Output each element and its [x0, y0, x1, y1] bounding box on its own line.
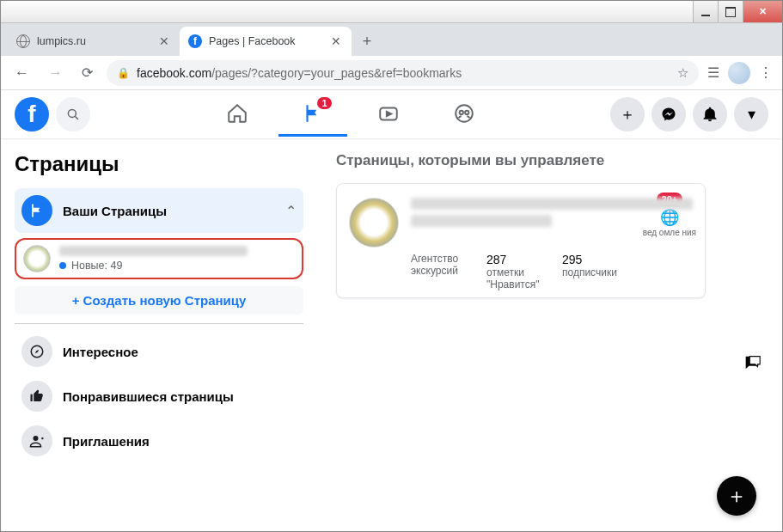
page-subtitle-blurred: [411, 215, 552, 227]
address-bar[interactable]: 🔒 facebook.com/pages/?category=your_page…: [107, 60, 699, 86]
window-close-button[interactable]: ✕: [743, 1, 782, 22]
url-text: facebook.com/pages/?category=your_pages&…: [137, 66, 670, 80]
reload-button[interactable]: ⟳: [76, 61, 98, 84]
page-category: Агентство экскурсий: [411, 253, 471, 290]
facebook-favicon: f: [188, 34, 202, 48]
page-avatar: [23, 245, 51, 272]
unread-dot-icon: [59, 262, 66, 269]
home-icon: [226, 102, 248, 125]
sidebar-your-pages[interactable]: Ваши Страницы ⌃: [15, 188, 303, 233]
browser-tab-facebook[interactable]: f Pages | Facebook ✕: [180, 27, 352, 56]
svg-point-3: [456, 105, 473, 122]
tab-title: lumpics.ru: [37, 35, 150, 47]
compass-icon: [21, 336, 52, 367]
discover-label: Интересное: [63, 345, 297, 359]
facebook-body: Страницы Ваши Страницы ⌃ Новые: 49: [1, 138, 782, 532]
chrome-menu-button[interactable]: ⋮: [759, 64, 774, 81]
new-tab-button[interactable]: +: [355, 29, 379, 53]
messenger-button[interactable]: [651, 97, 686, 131]
browser-tabstrip: lumpics.ru ✕ f Pages | Facebook ✕ +: [1, 23, 782, 56]
pages-main: Страницы, которыми вы управляете 20+ 🌐 в…: [310, 138, 782, 532]
invites-label: Приглашения: [63, 434, 297, 449]
search-icon: [65, 107, 81, 122]
main-heading: Страницы, которыми вы управляете: [336, 152, 782, 169]
create-page-button[interactable]: + Создать новую Страницу: [15, 286, 303, 315]
back-button[interactable]: ←: [9, 61, 34, 85]
chevron-up-icon: ⌃: [285, 203, 297, 219]
create-button[interactable]: ＋: [610, 97, 645, 131]
watch-icon: [377, 102, 400, 125]
new-count-label: Новые: 49: [71, 260, 122, 272]
page-card[interactable]: 20+ 🌐 вед омле ния Агентство экскурсий 2…: [336, 183, 706, 298]
close-tab-icon[interactable]: ✕: [157, 33, 171, 50]
facebook-search-button[interactable]: [56, 97, 90, 131]
pages-sidebar: Страницы Ваши Страницы ⌃ Новые: 49: [1, 138, 310, 532]
your-pages-label: Ваши Страницы: [63, 204, 275, 218]
messenger-icon: [660, 106, 677, 123]
messages-icon[interactable]: [743, 353, 762, 376]
facebook-right-controls: ＋ ▾: [610, 97, 768, 131]
bell-icon: [701, 106, 719, 123]
nav-groups[interactable]: [430, 92, 499, 137]
nav-watch[interactable]: [354, 92, 423, 137]
user-plus-icon: [21, 425, 52, 456]
pages-badge: 1: [317, 97, 331, 109]
sidebar-divider: [15, 323, 303, 324]
facebook-header: f 1 ＋ ▾: [1, 90, 782, 138]
liked-label: Понравившиеся страницы: [63, 389, 297, 404]
reading-list-icon[interactable]: ☰: [707, 64, 719, 81]
browser-tab-lumpics[interactable]: lumpics.ru ✕: [8, 27, 180, 56]
groups-icon: [453, 102, 475, 125]
notifications-button[interactable]: [693, 97, 727, 131]
notif-label: вед омле ния: [643, 228, 696, 237]
nav-home[interactable]: [203, 92, 272, 137]
svg-line-1: [75, 116, 78, 119]
sidebar-liked-pages[interactable]: Понравившиеся страницы: [15, 374, 303, 419]
compose-fab[interactable]: ＋: [717, 476, 756, 516]
browser-toolbar: ← → ⟳ 🔒 facebook.com/pages/?category=you…: [1, 56, 782, 90]
lock-icon: 🔒: [117, 67, 130, 79]
thumbs-up-icon: [21, 381, 52, 412]
forward-button: →: [43, 61, 68, 85]
page-info: Новые: 49: [59, 246, 295, 272]
globe-icon: 🌐: [643, 208, 696, 227]
app-window: ✕ lumpics.ru ✕ f Pages | Facebook ✕ + ← …: [0, 0, 783, 532]
window-minimize-button[interactable]: [693, 1, 718, 22]
account-menu-button[interactable]: ▾: [734, 97, 768, 131]
facebook-logo[interactable]: f: [15, 97, 49, 131]
page-name-blurred: [59, 246, 248, 256]
page-stats: Агентство экскурсий 287 отметки "Нравитс…: [349, 253, 693, 290]
os-titlebar: ✕: [1, 1, 782, 23]
page-card-avatar: [349, 198, 399, 248]
window-maximize-button[interactable]: [718, 1, 743, 22]
close-tab-icon[interactable]: ✕: [329, 33, 343, 50]
likes-stat: 287 отметки "Нравится": [486, 253, 547, 290]
sidebar-discover[interactable]: Интересное: [15, 329, 303, 374]
page-list-item[interactable]: Новые: 49: [15, 238, 303, 279]
sidebar-heading: Страницы: [15, 152, 303, 176]
sidebar-invites[interactable]: Приглашения: [15, 419, 303, 463]
facebook-center-nav: 1: [90, 92, 610, 137]
bookmark-star-icon[interactable]: ☆: [677, 65, 688, 81]
globe-icon: [16, 34, 30, 48]
nav-pages[interactable]: 1: [278, 92, 347, 137]
followers-stat: 295 подписчики: [562, 253, 617, 290]
tab-title: Pages | Facebook: [209, 35, 322, 47]
flag-icon: [21, 195, 52, 226]
page-title-blurred: [411, 198, 693, 210]
svg-point-7: [34, 436, 39, 441]
svg-point-4: [459, 110, 462, 113]
svg-point-5: [465, 110, 468, 113]
svg-point-0: [68, 109, 76, 117]
chrome-profile-avatar[interactable]: [728, 62, 750, 84]
